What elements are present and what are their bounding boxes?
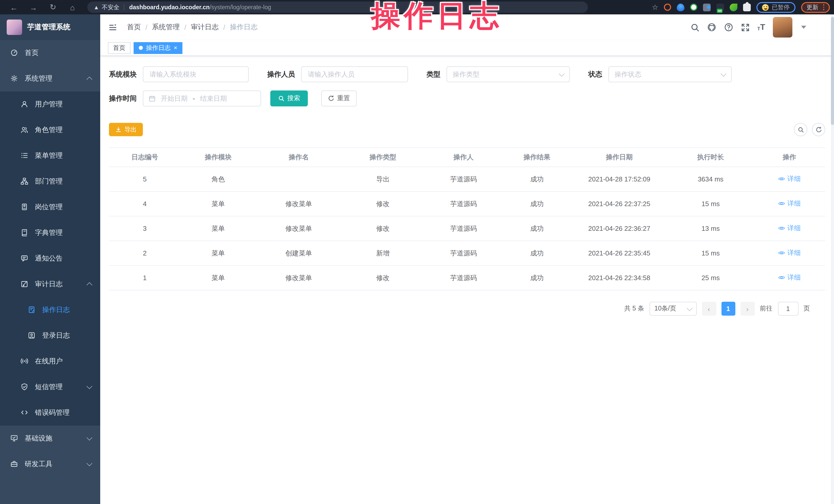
refresh-button[interactable] [812,123,825,136]
sidebar-item-online-users[interactable]: 在线用户 [0,349,100,374]
page-size-select[interactable]: 10条/页 [649,302,697,315]
reset-button[interactable]: 重置 [321,90,357,106]
help-icon[interactable] [724,23,733,32]
detail-link[interactable]: 详细 [778,248,801,258]
extension-gray-diamond-icon[interactable] [703,3,711,11]
toggle-search-button[interactable] [794,123,807,136]
table-cell: 2021-04-26 22:36:27 [571,216,667,241]
sidebar-item-post-management[interactable]: 岗位管理 [0,194,100,220]
extension-blue-pin-icon[interactable] [677,3,684,11]
current-page-button[interactable]: 1 [721,302,735,315]
table-cell: 修改 [342,216,424,241]
goto-page-input[interactable] [778,302,798,315]
sidebar-item-menu-management[interactable]: 菜单管理 [0,143,100,169]
extension-leaf-icon[interactable] [730,3,738,11]
sidebar-item-sms-management[interactable]: 短信管理 [0,374,100,400]
breadcrumb: 首页/系统管理/审计日志/操作日志 [127,23,258,32]
back-icon[interactable]: ← [8,2,20,13]
tab-home[interactable]: 首页 [108,42,131,54]
sidebar-item-error-code-management[interactable]: 错误码管理 [0,400,100,425]
sidebar-item-label: 角色管理 [35,126,63,135]
table-cell: 3 [109,216,181,241]
table-cell: 创建菜单 [256,241,342,265]
reload-icon[interactable]: ↻ [47,2,59,13]
sidebar-collapse-icon[interactable] [106,21,119,34]
operator-label: 操作人员 [267,70,295,79]
sidebar-item-dept-management[interactable]: 部门管理 [0,169,100,194]
font-size-icon[interactable]: TT [757,23,765,31]
breadcrumb-item[interactable]: 审计日志 [191,23,219,32]
app-header: 首页/系统管理/审计日志/操作日志 TT [100,15,834,40]
bookmark-star-icon[interactable]: ☆ [652,3,658,11]
caret-down-icon[interactable] [801,26,806,29]
tab-operate-log[interactable]: 操作日志× [134,42,182,54]
extension-on-badge-icon[interactable]: on [716,3,724,11]
users-icon [21,126,29,134]
start-date-placeholder[interactable]: 开始日期 [161,94,188,103]
sidebar-logo: 芋道管理系统 [0,15,100,40]
operate-log-icon [28,306,36,314]
search-button[interactable]: 搜索 [270,90,308,106]
end-date-placeholder[interactable]: 结束日期 [200,94,227,103]
github-icon[interactable] [707,23,716,32]
tab-label: 操作日志 [146,43,171,52]
export-button[interactable]: 导出 [109,123,143,136]
security-chip[interactable]: 不安全 [102,3,119,11]
sidebar-item-audit-log[interactable]: 审计日志 [0,271,100,297]
emoji-avatar-icon [762,4,769,10]
eye-icon [778,200,786,207]
next-page-button[interactable]: › [740,302,754,315]
profile-paused-badge[interactable]: 已暂停 [756,2,795,13]
page-scrollbar[interactable] [831,15,834,504]
prev-page-button[interactable]: ‹ [702,302,716,315]
sidebar-item-dict-management[interactable]: 字典管理 [0,220,100,246]
forward-icon[interactable]: → [27,2,40,13]
fullscreen-icon[interactable] [741,23,749,31]
table-cell: 成功 [503,241,571,265]
sidebar-item-home[interactable]: 首页 [0,40,100,66]
browser-update-button[interactable]: 更新 [801,2,830,13]
chevron-down-icon [87,435,92,440]
address-bar[interactable]: ▲ 不安全 dashboard.yudao.iocoder.cn /system… [87,2,588,13]
detail-link[interactable]: 详细 [778,273,801,282]
detail-link[interactable]: 详细 [778,224,801,233]
table-cell: 芋道源码 [424,192,503,216]
sidebar-item-login-log[interactable]: 登录日志 [0,323,100,349]
sidebar-item-operate-log[interactable]: 操作日志 [0,297,100,323]
date-range-picker[interactable]: 开始日期 - 结束日期 [143,90,261,106]
module-input[interactable] [143,66,249,82]
online-users-icon [21,357,29,366]
sidebar-item-label: 操作日志 [42,305,70,314]
sidebar-item-system-management[interactable]: 系统管理 [0,66,100,91]
user-avatar[interactable] [773,17,792,38]
breadcrumb-item[interactable]: 首页 [127,23,141,32]
url-path: /system/log/operate-log [210,4,271,10]
extension-orange-ring-icon[interactable] [664,4,671,11]
breadcrumb-item[interactable]: 系统管理 [152,23,180,32]
status-select[interactable]: 操作状态 [609,66,732,82]
screen: ← → ↻ ⌂ ▲ 不安全 dashboard.yudao.iocoder.cn… [0,0,834,504]
extensions-puzzle-icon[interactable] [743,3,751,11]
eye-icon [778,175,786,182]
update-label: 更新 [807,3,818,11]
extension-green-circle-icon[interactable] [690,4,697,11]
home-icon[interactable]: ⌂ [66,2,79,13]
chevron-down-icon [721,71,727,76]
tab-close-icon[interactable]: × [174,45,177,51]
detail-link[interactable]: 详细 [778,199,801,208]
sidebar-item-user-management[interactable]: 用户管理 [0,91,100,117]
table-row: 2菜单创建菜单新增芋道源码成功2021-04-26 22:35:4515 ms详… [109,241,825,265]
sidebar-item-role-management[interactable]: 角色管理 [0,117,100,143]
sidebar-item-dev-tools[interactable]: 研发工具 [0,451,100,477]
table-cell: 2021-04-26 22:34:58 [571,265,667,290]
sidebar-item-notice-announcement[interactable]: 通知公告 [0,246,100,271]
search-icon[interactable] [690,23,699,31]
sidebar-item-infrastructure[interactable]: 基础设施 [0,425,100,451]
kebab-menu-icon[interactable] [823,4,824,10]
scrollbar-thumb[interactable] [831,17,834,125]
detail-link[interactable]: 详细 [778,174,801,183]
actions-cell: 详细 [753,265,825,290]
operator-input[interactable] [301,66,408,82]
table-cell: 修改菜单 [256,265,342,290]
type-select[interactable]: 操作类型 [446,66,570,82]
